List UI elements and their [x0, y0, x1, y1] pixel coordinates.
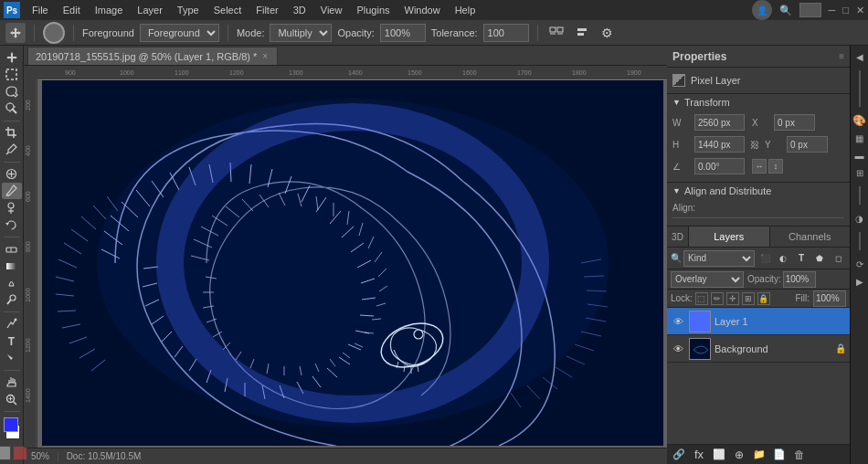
- history-icon[interactable]: ⟳: [852, 257, 867, 271]
- channels-tab[interactable]: Channels: [770, 227, 851, 247]
- filter-shape-icon[interactable]: ⬟: [811, 250, 828, 267]
- magic-wand-tool[interactable]: [2, 100, 22, 117]
- lock-all-icon[interactable]: 🔒: [757, 292, 770, 305]
- menu-edit[interactable]: Edit: [57, 3, 87, 17]
- mode-select[interactable]: Multiply Normal Overlay: [270, 24, 332, 42]
- zoom-tool[interactable]: [2, 392, 22, 408]
- layer-item-layer1[interactable]: 👁 Layer 1: [667, 308, 850, 335]
- add-mask-icon[interactable]: ⬜: [711, 447, 727, 463]
- pen-tool[interactable]: [2, 316, 22, 332]
- type-tool[interactable]: T: [2, 333, 22, 350]
- hand-tool[interactable]: [2, 374, 22, 391]
- lock-position-icon[interactable]: ✛: [726, 292, 739, 305]
- opacity-value-input[interactable]: [783, 271, 816, 288]
- w-input[interactable]: [694, 114, 745, 131]
- move-tool-icon[interactable]: [5, 23, 26, 43]
- gradients-icon[interactable]: ▬: [852, 148, 867, 163]
- align-header[interactable]: ▼ Align and Distribute: [667, 183, 850, 199]
- properties-menu-icon[interactable]: ≡: [839, 51, 844, 61]
- adjustments-icon[interactable]: ◑: [852, 211, 867, 226]
- path-selection-tool[interactable]: [2, 350, 22, 366]
- fill-value-input[interactable]: [813, 290, 846, 307]
- spot-heal-tool[interactable]: [2, 165, 22, 182]
- new-group-icon[interactable]: 📁: [751, 447, 767, 463]
- filter-kind-select[interactable]: Kind: [683, 250, 755, 267]
- rectangle-select-tool[interactable]: [2, 67, 22, 83]
- properties-panel-header[interactable]: Properties ≡: [667, 46, 850, 68]
- link-layers-icon[interactable]: 🔗: [671, 447, 687, 463]
- lock-transparent-icon[interactable]: ⬚: [695, 292, 708, 305]
- 3d-tab[interactable]: 3D: [667, 227, 689, 247]
- new-layer-icon[interactable]: 📄: [771, 447, 788, 463]
- clone-stamp-tool[interactable]: [2, 200, 22, 216]
- opacity-input[interactable]: 100%: [380, 24, 426, 42]
- eyedropper-tool[interactable]: [2, 142, 22, 158]
- menu-layer[interactable]: Layer: [131, 3, 169, 17]
- menu-filter[interactable]: Filter: [249, 3, 284, 17]
- lasso-tool[interactable]: [2, 83, 22, 100]
- color-wheel-icon[interactable]: 🎨: [852, 113, 867, 128]
- filter-pixel-icon[interactable]: ⬛: [757, 250, 773, 267]
- angle-input[interactable]: [694, 158, 745, 174]
- filter-smart-icon[interactable]: ◻: [830, 250, 846, 267]
- background-visibility-toggle[interactable]: 👁: [671, 342, 685, 356]
- menu-select[interactable]: Select: [207, 3, 249, 17]
- canvas-tab[interactable]: 20190718_155515.jpg @ 50% (Layer 1, RGB/…: [27, 47, 278, 65]
- flip-v-icon[interactable]: ↕: [768, 159, 783, 174]
- brush-tool[interactable]: [2, 183, 22, 199]
- layers-tab[interactable]: Layers: [689, 227, 770, 247]
- link-icon[interactable]: ⛓: [750, 140, 759, 150]
- menu-3d[interactable]: 3D: [287, 3, 312, 17]
- maximize-icon[interactable]: □: [842, 5, 849, 16]
- patterns-icon[interactable]: ⊞: [852, 165, 867, 180]
- layer1-visibility-toggle[interactable]: 👁: [671, 314, 685, 329]
- foreground-color-swatch[interactable]: [4, 417, 18, 432]
- transform-header[interactable]: ▼ Transform: [667, 94, 850, 111]
- delete-layer-icon[interactable]: 🗑: [791, 447, 808, 463]
- minimize-icon[interactable]: ─: [829, 5, 836, 16]
- gradient-tool[interactable]: [2, 258, 22, 274]
- menu-view[interactable]: View: [314, 3, 349, 17]
- foreground-select[interactable]: Foreground: [140, 24, 219, 42]
- flip-h-icon[interactable]: ↔: [752, 159, 767, 174]
- tolerance-input[interactable]: 100: [483, 24, 529, 42]
- menu-image[interactable]: Image: [89, 3, 130, 17]
- filter-type-icon[interactable]: T: [793, 250, 810, 267]
- quick-mask-btn[interactable]: [13, 446, 27, 460]
- blend-mode-select[interactable]: Overlay Normal Multiply: [671, 271, 744, 288]
- menu-file[interactable]: File: [26, 3, 55, 17]
- settings-icon[interactable]: ⚙: [598, 23, 618, 43]
- actions-icon[interactable]: ▶: [852, 274, 867, 289]
- new-adjustment-icon[interactable]: ⊕: [731, 447, 747, 463]
- menu-help[interactable]: Help: [449, 3, 482, 17]
- sample-size-icon[interactable]: [546, 23, 566, 43]
- blur-tool[interactable]: [2, 275, 22, 291]
- y-input[interactable]: [787, 136, 828, 153]
- close-icon[interactable]: ✕: [856, 5, 864, 16]
- collapse-icon[interactable]: ◀: [852, 49, 867, 64]
- h-input[interactable]: [694, 136, 745, 153]
- standard-mode-btn[interactable]: [0, 446, 11, 460]
- canvas-viewport[interactable]: [37, 79, 667, 448]
- menu-type[interactable]: Type: [171, 3, 206, 17]
- align-icon[interactable]: [572, 23, 592, 43]
- swatches-icon[interactable]: ▦: [852, 131, 867, 145]
- brush-preset[interactable]: [43, 22, 65, 44]
- eraser-tool[interactable]: [2, 241, 22, 258]
- history-brush-tool[interactable]: [2, 216, 22, 233]
- filter-adjust-icon[interactable]: ◐: [775, 250, 791, 267]
- dodge-tool[interactable]: [2, 292, 22, 309]
- workspace-icon[interactable]: [799, 3, 821, 17]
- layer-item-background[interactable]: 👁 Background 🔒: [667, 335, 850, 363]
- user-icon[interactable]: 👤: [752, 0, 772, 20]
- move-tool[interactable]: [2, 49, 22, 66]
- search-icon[interactable]: 🔍: [779, 5, 792, 16]
- tab-close-btn[interactable]: ×: [262, 51, 268, 61]
- lock-brush-icon[interactable]: ✏: [711, 292, 724, 305]
- menu-window[interactable]: Window: [398, 3, 447, 17]
- add-layer-style-icon[interactable]: fx: [691, 447, 707, 463]
- x-input[interactable]: [774, 114, 815, 131]
- crop-tool[interactable]: [2, 124, 22, 141]
- lock-artboard-icon[interactable]: ⊞: [742, 292, 755, 305]
- menu-plugins[interactable]: Plugins: [350, 3, 396, 17]
